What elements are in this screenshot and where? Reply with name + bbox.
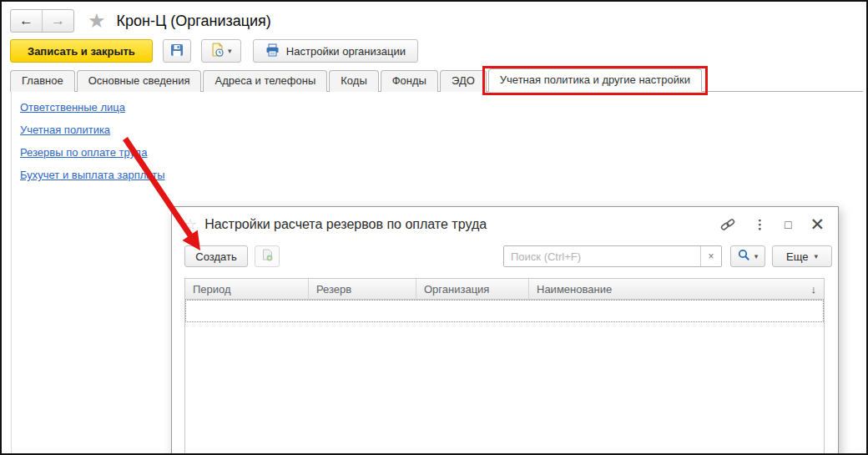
chevron-down-icon: ▾ bbox=[754, 253, 759, 260]
link-otvetstvennye-litsa[interactable]: Ответственные лица bbox=[20, 101, 165, 114]
column-header-period[interactable]: Период bbox=[185, 279, 309, 299]
document-clock-icon bbox=[210, 43, 225, 59]
link-rezervy-po-oplate-truda[interactable]: Резервы по оплате труда bbox=[20, 146, 165, 159]
tab-kody[interactable]: Коды bbox=[329, 70, 378, 92]
titlebar: ← → ★ Крон-Ц (Организация) bbox=[10, 8, 271, 33]
close-icon[interactable]: ✕ bbox=[810, 219, 825, 230]
table-header-row: Период Резерв Организация Наименование ↓ bbox=[185, 278, 824, 300]
save-button[interactable] bbox=[163, 39, 191, 63]
chevron-down-icon: ▾ bbox=[228, 48, 232, 55]
link-uchetnaya-politika[interactable]: Учетная политика bbox=[20, 124, 165, 136]
copy-item-button[interactable] bbox=[255, 245, 280, 267]
floppy-disk-icon bbox=[170, 43, 184, 59]
forward-icon: → bbox=[51, 13, 65, 29]
search-options-button[interactable]: ▾ bbox=[730, 245, 765, 267]
app-window: ← → ★ Крон-Ц (Организация) Записать и за… bbox=[0, 0, 868, 455]
link-chain-icon[interactable] bbox=[720, 218, 735, 231]
search-clear-icon[interactable]: × bbox=[700, 246, 721, 266]
reserves-settings-dialog: ☆ Настройки расчета резервов по оплате т… bbox=[171, 206, 839, 455]
org-settings-label: Настройки организации bbox=[286, 45, 406, 58]
magnifier-icon bbox=[738, 249, 750, 264]
maximize-icon[interactable]: □ bbox=[785, 218, 791, 231]
column-header-organizatsiya[interactable]: Организация bbox=[416, 279, 529, 299]
search-box: × bbox=[503, 245, 722, 267]
tab-fondy[interactable]: Фонды bbox=[381, 70, 438, 92]
org-settings-button[interactable]: Настройки организации bbox=[253, 39, 418, 63]
more-button[interactable]: Еще ▾ bbox=[772, 245, 832, 267]
back-icon: ← bbox=[19, 13, 33, 29]
page-title: Крон-Ц (Организация) bbox=[117, 13, 271, 30]
dialog-title: Настройки расчета резервов по оплате тру… bbox=[204, 217, 487, 232]
save-and-close-button[interactable]: Записать и закрыть bbox=[10, 39, 153, 63]
column-label: Наименование bbox=[537, 283, 612, 296]
column-header-rezerv[interactable]: Резерв bbox=[309, 279, 416, 299]
tab-glavnoe[interactable]: Главное bbox=[10, 70, 75, 92]
search-input[interactable] bbox=[504, 246, 700, 266]
tab-uchetnaya-politika[interactable]: Учетная политика и другие настройки bbox=[488, 68, 702, 92]
more-label: Еще bbox=[786, 250, 808, 263]
content-panel-border bbox=[11, 92, 12, 453]
selected-empty-row[interactable] bbox=[185, 300, 824, 322]
back-button[interactable]: ← bbox=[11, 10, 42, 32]
favorite-star-icon[interactable]: ★ bbox=[88, 10, 106, 32]
column-header-naimenovanie[interactable]: Наименование ↓ bbox=[529, 279, 824, 299]
tab-label: Учетная политика и другие настройки bbox=[500, 73, 690, 86]
nav-history-group: ← → bbox=[10, 9, 74, 33]
kebab-menu-icon[interactable]: ⋮ bbox=[754, 217, 766, 232]
history-document-button[interactable]: ▾ bbox=[201, 39, 241, 63]
reserves-table: Период Резерв Организация Наименование ↓ bbox=[184, 278, 825, 455]
chevron-down-icon: ▾ bbox=[814, 253, 818, 260]
dialog-window-controls: ⋮ □ ✕ bbox=[720, 207, 825, 242]
forward-button[interactable]: → bbox=[42, 10, 73, 32]
dialog-toolbar: Создать × ▾ Еще ▾ bbox=[172, 245, 838, 270]
dialog-header: ☆ Настройки расчета резервов по оплате т… bbox=[172, 207, 838, 242]
create-button[interactable]: Создать bbox=[184, 245, 248, 267]
sort-descending-icon: ↓ bbox=[811, 283, 817, 296]
copy-add-icon bbox=[261, 249, 274, 265]
link-bukhuchet-vyplata-zarplaty[interactable]: Бухучет и выплата зарплаты bbox=[20, 169, 165, 181]
tab-adresa-telefony[interactable]: Адреса и телефоны bbox=[203, 70, 327, 92]
settings-links: Ответственные лица Учетная политика Резе… bbox=[20, 101, 165, 191]
main-toolbar: Записать и закрыть ▾ Настройки организац… bbox=[10, 38, 418, 63]
tab-edo[interactable]: ЭДО bbox=[440, 70, 487, 92]
dialog-favorite-star-icon[interactable]: ☆ bbox=[184, 215, 197, 234]
tab-osnovnye-svedeniya[interactable]: Основные сведения bbox=[77, 70, 202, 92]
tab-bar: Главное Основные сведения Адреса и телеф… bbox=[10, 68, 863, 92]
printer-icon bbox=[265, 43, 280, 59]
